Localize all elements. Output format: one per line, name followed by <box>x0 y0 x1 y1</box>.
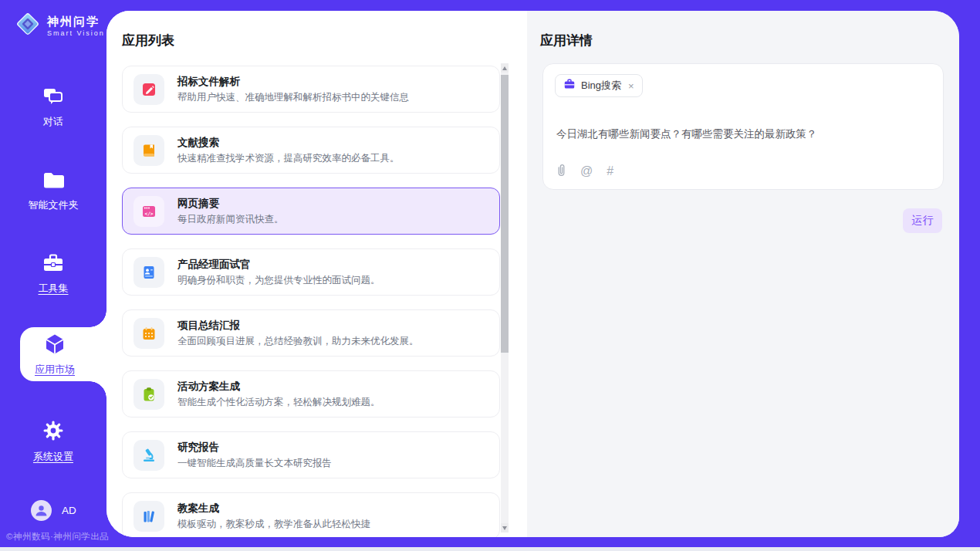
pen-square-icon <box>133 74 164 105</box>
bottom-edge-strip <box>0 547 980 551</box>
app-desc: 一键智能生成高质量长文本研究报告 <box>177 458 332 468</box>
app-name: 活动方案生成 <box>177 380 380 392</box>
sidebar-item-label: 系统设置 <box>33 450 73 464</box>
books-icon <box>133 501 164 532</box>
app-name: 教案生成 <box>177 502 370 514</box>
browser-code-icon: </> <box>133 196 164 227</box>
brand-subtitle: Smart Vision <box>47 29 105 37</box>
book-icon <box>133 135 164 166</box>
brand-name: 神州问学 <box>47 15 105 28</box>
sidebar-item-label: 智能文件夹 <box>29 198 79 212</box>
briefcase-icon <box>563 78 576 93</box>
app-list-panel: 应用列表 招标文件解析 帮助用户快速、准确地理解和解析招标书中的关键信息 <box>106 11 527 537</box>
app-desc: 全面回顾项目进展，总结经验教训，助力未来优化发展。 <box>177 336 419 346</box>
prompt-input[interactable]: 今日湖北有哪些新闻要点？有哪些需要关注的最新政策？ <box>556 127 927 141</box>
sidebar-item-app-market[interactable]: 应用市场 <box>20 327 106 381</box>
app-desc: 智能生成个性化活动方案，轻松解决规划难题。 <box>177 397 380 407</box>
hash-icon[interactable]: # <box>607 165 613 177</box>
app-list-title: 应用列表 <box>122 32 174 49</box>
gear-icon <box>42 420 64 445</box>
svg-text:</>: </> <box>144 210 153 215</box>
user-initials: AD <box>62 505 76 516</box>
app-name: 招标文件解析 <box>177 76 409 87</box>
sidebar-item-label: 对话 <box>43 115 63 129</box>
diamond-logo-icon <box>14 10 42 41</box>
sidebar: 神州问学 Smart Vision 对话 智能文件夹 <box>0 0 106 551</box>
avatar <box>31 500 52 521</box>
sidebar-item-smart-folder[interactable]: 智能文件夹 <box>0 170 106 212</box>
app-name: 网页摘要 <box>177 198 284 209</box>
sidebar-item-toolset[interactable]: 工具集 <box>0 253 106 296</box>
run-button[interactable]: 运行 <box>903 208 942 233</box>
copyright-footer: ©神州数码·神州问学出品 <box>6 531 109 543</box>
app-name: 文献搜索 <box>177 137 400 148</box>
app-desc: 快速精准查找学术资源，提高研究效率的必备工具。 <box>177 153 400 164</box>
app-desc: 明确身份和职责，为您提供专业性的面试问题。 <box>177 275 380 286</box>
app-item-web-summary[interactable]: </> 网页摘要 每日政府新闻资讯快查。 <box>122 188 500 235</box>
microscope-icon <box>133 440 164 471</box>
scroll-down-arrow[interactable] <box>501 523 509 532</box>
scrollbar-thumb[interactable] <box>501 75 509 353</box>
app-name: 产品经理面试官 <box>177 259 380 270</box>
app-item-research-report[interactable]: 研究报告 一键智能生成高质量长文本研究报告 <box>122 431 500 478</box>
folder-icon <box>42 170 65 193</box>
app-name: 项目总结汇报 <box>177 319 419 331</box>
sidebar-item-label: 工具集 <box>39 282 69 296</box>
app-item-event-plan[interactable]: 活动方案生成 智能生成个性化活动方案，轻松解决规划难题。 <box>122 370 500 417</box>
list-scrollbar[interactable] <box>501 63 509 532</box>
app-list: 招标文件解析 帮助用户快速、准确地理解和解析招标书中的关键信息 文献搜索 快速精… <box>122 66 500 537</box>
app-detail-title: 应用详情 <box>540 32 593 49</box>
cube-icon <box>43 333 66 359</box>
calendar-icon <box>133 318 164 349</box>
close-icon[interactable]: × <box>628 81 634 91</box>
scroll-up-arrow[interactable] <box>501 63 509 73</box>
chat-icon <box>42 86 64 110</box>
brand-logo: 神州问学 Smart Vision <box>14 10 105 41</box>
prompt-toolbar: @ # <box>556 164 613 179</box>
app-desc: 帮助用户快速、准确地理解和解析招标书中的关键信息 <box>177 92 409 103</box>
app-desc: 每日政府新闻资讯快查。 <box>177 214 284 225</box>
app-item-lesson-plan[interactable]: 教案生成 模板驱动，教案秒成，教学准备从此轻松快捷 <box>122 492 500 537</box>
sidebar-item-settings[interactable]: 系统设置 <box>0 420 106 464</box>
paperclip-icon[interactable] <box>556 164 566 179</box>
resume-icon <box>133 257 164 288</box>
tool-chip-label: Bing搜索 <box>581 79 621 93</box>
tool-chip-bing-search[interactable]: Bing搜索 × <box>555 74 643 97</box>
app-item-bid-document-analysis[interactable]: 招标文件解析 帮助用户快速、准确地理解和解析招标书中的关键信息 <box>122 66 500 113</box>
app-name: 研究报告 <box>177 441 332 453</box>
prompt-card: Bing搜索 × 今日湖北有哪些新闻要点？有哪些需要关注的最新政策？ @ # <box>542 63 944 190</box>
at-icon[interactable]: @ <box>580 165 593 177</box>
app-item-pm-interviewer[interactable]: 产品经理面试官 明确身份和职责，为您提供专业性的面试问题。 <box>122 248 500 296</box>
sidebar-item-label: 应用市场 <box>35 363 75 377</box>
toolbox-icon <box>42 253 65 276</box>
sidebar-item-chat[interactable]: 对话 <box>0 86 106 129</box>
app-item-literature-search[interactable]: 文献搜索 快速精准查找学术资源，提高研究效率的必备工具。 <box>122 127 500 174</box>
app-item-project-summary[interactable]: 项目总结汇报 全面回顾项目进展，总结经验教训，助力未来优化发展。 <box>122 309 500 357</box>
user-account[interactable]: AD <box>31 500 76 521</box>
main-container: 应用列表 招标文件解析 帮助用户快速、准确地理解和解析招标书中的关键信息 <box>106 11 959 537</box>
app-detail-panel: 应用详情 Bing搜索 × 今日湖北有哪些新闻要点？有哪些需要关注的最新政策？ <box>527 11 959 537</box>
clipboard-check-icon <box>133 379 164 410</box>
app-desc: 模板驱动，教案秒成，教学准备从此轻松快捷 <box>177 519 370 529</box>
